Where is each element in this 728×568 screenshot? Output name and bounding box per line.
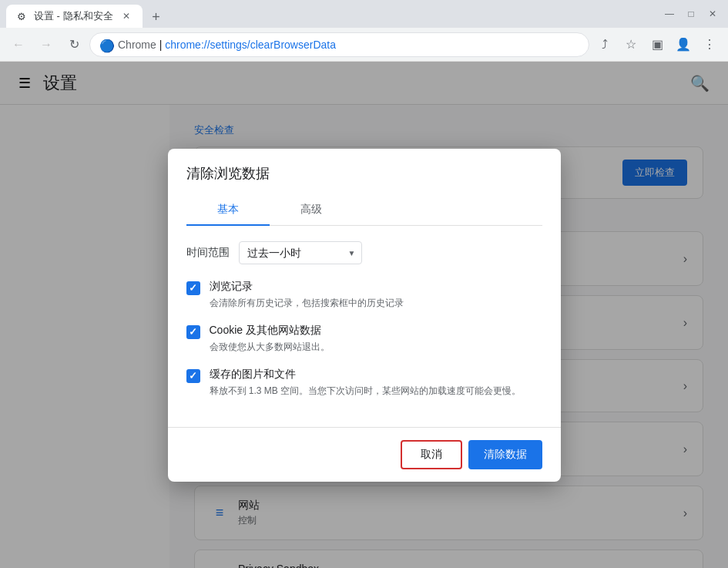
dialog-title: 清除浏览数据 (186, 164, 542, 183)
minimize-button[interactable]: — (660, 5, 679, 23)
cache-title: 缓存的图片和文件 (210, 368, 522, 381)
browsing-history-desc: 会清除所有历史记录，包括搜索框中的历史记录 (210, 296, 404, 310)
page-content: ☰ 设置 🔍 安全检查 🛡 Chro 立即检查 (0, 62, 728, 568)
checkbox-cookies: ✓ Cookie 及其他网站数据 会致使您从大多数网站退出。 (186, 324, 542, 354)
address-favicon: 🔵 (99, 39, 112, 51)
menu-button[interactable]: ⋮ (697, 32, 722, 57)
time-range-select[interactable]: 过去一小时 过去24小时 过去7天 过去4周 全部时间 (239, 241, 362, 264)
reload-button[interactable]: ↻ (62, 32, 86, 57)
dialog-body: 时间范围 过去一小时 过去24小时 过去7天 过去4周 全部时间 (168, 226, 561, 427)
browsing-history-checkbox[interactable]: ✓ (186, 281, 200, 295)
nav-bar: ← → ↻ 🔵 Chrome | chrome://settings/clear… (0, 28, 728, 62)
tab-bar: ⚙ 设置 - 隐私和安全 ✕ + (6, 0, 654, 28)
dialog-footer: 取消 清除数据 (168, 427, 561, 482)
tab-advanced[interactable]: 高级 (270, 195, 353, 226)
cookies-content: Cookie 及其他网站数据 会致使您从大多数网站退出。 (210, 324, 330, 354)
cookies-checkbox[interactable]: ✓ (186, 325, 200, 339)
confirm-clear-button[interactable]: 清除数据 (468, 440, 542, 469)
tab-basic[interactable]: 基本 (186, 195, 270, 226)
dialog-tabs: 基本 高级 (186, 195, 542, 226)
share-button[interactable]: ⤴ (592, 32, 617, 57)
cookies-desc: 会致使您从大多数网站退出。 (210, 340, 330, 354)
clear-browser-data-dialog: 清除浏览数据 基本 高级 时间范围 过去一 (168, 149, 561, 482)
tablet-mode-button[interactable]: ▣ (645, 32, 669, 57)
forward-button[interactable]: → (34, 32, 59, 57)
tab-title: 设置 - 隐私和安全 (34, 9, 113, 23)
browser-frame: ⚙ 设置 - 隐私和安全 ✕ + — □ ✕ ← → ↻ 🔵 Chrome | … (0, 0, 728, 568)
address-text: Chrome | chrome://settings/clearBrowserD… (118, 39, 579, 51)
tab-close-button[interactable]: ✕ (119, 9, 133, 23)
cache-desc: 释放不到 1.3 MB 空间。当您下次访问时，某些网站的加载速度可能会更慢。 (210, 384, 522, 398)
checkbox-cache: ✓ 缓存的图片和文件 释放不到 1.3 MB 空间。当您下次访问时，某些网站的加… (186, 368, 542, 398)
checkbox-browsing-history: ✓ 浏览记录 会清除所有历史记录，包括搜索框中的历史记录 (186, 280, 542, 310)
dialog-header: 清除浏览数据 基本 高级 (168, 149, 561, 226)
maximize-button[interactable]: □ (682, 5, 700, 23)
settings-background: ☰ 设置 🔍 安全检查 🛡 Chro 立即检查 (0, 62, 728, 568)
user-button[interactable]: 👤 (671, 32, 696, 57)
bookmark-button[interactable]: ☆ (619, 32, 643, 57)
cache-content: 缓存的图片和文件 释放不到 1.3 MB 空间。当您下次访问时，某些网站的加载速… (210, 368, 522, 398)
time-range-select-wrapper: 过去一小时 过去24小时 过去7天 过去4周 全部时间 (239, 241, 362, 264)
browsing-history-title: 浏览记录 (210, 280, 404, 294)
cache-checkbox[interactable]: ✓ (186, 369, 200, 383)
address-bar[interactable]: 🔵 Chrome | chrome://settings/clearBrowse… (89, 32, 589, 57)
cancel-button[interactable]: 取消 (401, 440, 462, 469)
new-tab-button[interactable]: + (146, 6, 167, 28)
time-range-label: 时间范围 (186, 246, 230, 260)
nav-actions: ⤴ ☆ ▣ 👤 ⋮ (592, 32, 722, 57)
browsing-history-content: 浏览记录 会清除所有历史记录，包括搜索框中的历史记录 (210, 280, 404, 310)
window-controls: — □ ✕ (660, 5, 722, 23)
active-tab[interactable]: ⚙ 设置 - 隐私和安全 ✕ (6, 5, 143, 28)
tab-favicon: ⚙ (15, 10, 28, 22)
modal-overlay: 清除浏览数据 基本 高级 时间范围 过去一 (0, 62, 728, 568)
back-button[interactable]: ← (6, 32, 31, 57)
close-button[interactable]: ✕ (703, 5, 722, 23)
title-bar: ⚙ 设置 - 隐私和安全 ✕ + — □ ✕ (0, 0, 728, 28)
cookies-title: Cookie 及其他网站数据 (210, 324, 330, 338)
time-range-row: 时间范围 过去一小时 过去24小时 过去7天 过去4周 全部时间 (186, 241, 542, 264)
